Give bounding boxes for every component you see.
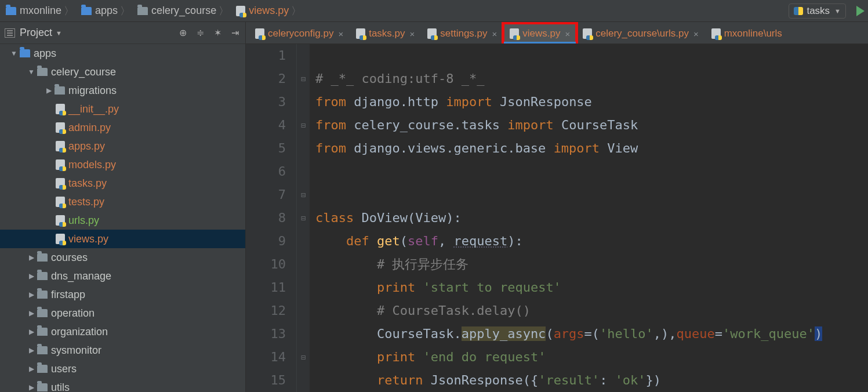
python-file-icon [56,178,65,188]
breadcrumb-mxonline[interactable]: mxonline 〉 [3,4,79,18]
tree-file-apps[interactable]: apps.py [0,137,245,155]
tree-folder-dns-manage[interactable]: ▶dns_manage [0,267,245,285]
breadcrumb-label: views.py [249,5,289,17]
tab-label: celery_course\urls.py [595,28,689,39]
project-view-icon [5,28,15,38]
code-editor[interactable]: 123456789101112131415 ⊟ ⊟ ⊟⊟ ⊟ # _*_ cod… [246,44,868,392]
python-file-icon [56,215,65,226]
collapse-all-button[interactable]: ≑ [194,27,206,39]
tab-celeryconfig[interactable]: celeryconfig.py × [249,24,349,43]
tree-folder-organization[interactable]: ▶organization [0,322,245,341]
expand-arrow-icon: ▶ [45,86,52,95]
breadcrumb-separator: 〉 [118,4,133,18]
tree-label: migrations [68,85,117,97]
folder-icon [37,365,48,373]
folder-icon [81,7,92,15]
tab-views[interactable]: views.py × [504,24,576,43]
tree-folder-apps[interactable]: ▼ apps [0,44,245,63]
hide-button[interactable]: ⇥ [229,27,241,39]
folder-icon [37,68,48,76]
project-tree[interactable]: ▼ apps ▼ celery_course ▶ migrations __in… [0,44,245,392]
tree-label: users [51,363,77,375]
close-icon[interactable]: × [565,29,571,39]
tree-label: apps [34,48,56,60]
python-file-icon [356,28,365,39]
tree-file-admin[interactable]: admin.py [0,118,245,137]
locate-file-button[interactable]: ⊕ [177,27,188,39]
folder-icon [37,309,48,317]
python-file-icon [711,28,721,39]
python-file-icon [56,104,65,114]
breadcrumb-views-py[interactable]: views.py 〉 [234,4,306,18]
tree-file-init[interactable]: __init__.py [0,100,245,118]
tree-label: apps.py [68,140,105,153]
line-number-gutter: 123456789101112131415 [246,44,297,392]
tree-label: tasks.py [68,177,107,190]
python-file-icon [255,28,264,39]
tab-label: settings.py [440,28,487,39]
tree-label: models.py [68,159,116,171]
tab-settings[interactable]: settings.py × [422,24,503,43]
tree-folder-firstapp[interactable]: ▶firstapp [0,285,245,304]
tree-folder-celery-course[interactable]: ▼ celery_course [0,63,245,81]
expand-arrow-icon: ▼ [10,49,17,57]
tree-file-tasks[interactable]: tasks.py [0,174,245,193]
tree-file-tests[interactable]: tests.py [0,193,245,211]
folder-icon [37,291,48,299]
close-icon[interactable]: × [410,29,415,39]
python-file-icon [56,122,65,133]
tree-label: __init__.py [68,103,119,115]
breadcrumb-separator: 〉 [216,4,231,18]
project-title: Project [20,27,52,39]
folder-icon [137,7,148,15]
breadcrumb-apps[interactable]: apps 〉 [79,4,135,18]
breadcrumb-label: apps [95,5,118,17]
tree-folder-utils[interactable]: ▶utils [0,378,245,392]
tree-folder-sysmonitor[interactable]: ▶sysmonitor [0,341,245,360]
tree-label: urls.py [68,215,99,227]
code-content[interactable]: # _*_ coding:utf-8 _*_ from django.http … [310,44,868,392]
fold-column[interactable]: ⊟ ⊟ ⊟⊟ ⊟ [297,44,310,392]
tab-mxonline-urls[interactable]: mxonline\urls [706,24,788,43]
tree-folder-courses[interactable]: ▶courses [0,248,245,267]
tree-file-views[interactable]: views.py [0,230,245,248]
close-icon[interactable]: × [492,29,497,39]
tree-folder-operation[interactable]: ▶operation [0,304,245,322]
tree-folder-migrations[interactable]: ▶ migrations [0,81,245,100]
project-header: Project ▼ ⊕ ≑ ✶ ⇥ [0,22,245,44]
run-configuration-selector[interactable]: tasks ▼ [789,3,846,19]
breadcrumb-label: celery_course [151,5,216,17]
run-config-label: tasks [807,5,830,17]
settings-button[interactable]: ✶ [212,27,223,39]
tree-folder-users[interactable]: ▶users [0,360,245,378]
python-file-icon [56,197,65,207]
python-icon [794,7,803,15]
chevron-down-icon[interactable]: ▼ [56,30,62,37]
breadcrumb-separator: 〉 [61,4,77,18]
folder-icon [37,272,48,280]
tree-label: organization [51,326,108,338]
folder-icon [37,253,48,262]
run-button[interactable] [856,6,865,16]
chevron-down-icon: ▼ [834,8,841,14]
tab-celery-course-urls[interactable]: celery_course\urls.py × [577,24,704,43]
folder-icon [37,346,48,354]
folder-icon [6,7,16,15]
editor-tabs: celeryconfig.py × tasks.py × settings.py… [246,22,868,44]
tree-label: courses [51,252,88,264]
close-icon[interactable]: × [693,29,699,39]
tree-file-urls[interactable]: urls.py [0,211,245,230]
folder-icon [55,86,65,95]
python-file-icon [56,159,65,170]
folder-icon [37,383,48,391]
tree-file-models[interactable]: models.py [0,155,245,174]
close-icon[interactable]: × [338,29,343,39]
tree-label: operation [51,307,95,320]
python-file-icon [583,28,592,39]
python-file-icon [236,6,245,16]
tab-label: tasks.py [369,28,405,39]
tree-label: celery_course [51,66,116,78]
tab-tasks[interactable]: tasks.py × [350,24,420,43]
python-file-icon [56,234,65,244]
breadcrumb-celery-course[interactable]: celery_course 〉 [135,4,234,18]
